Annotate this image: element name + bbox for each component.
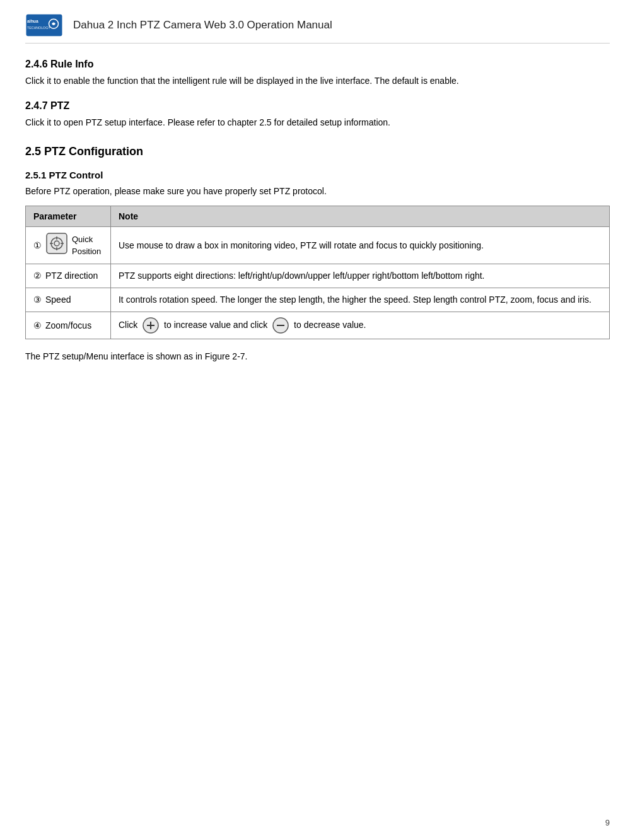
table-row: ③ Speed It controls rotation speed. The … <box>26 288 610 312</box>
table-header-row: Parameter Note <box>26 206 610 227</box>
dahua-logo-icon: alhua TECHNOLOGY <box>25 13 63 38</box>
row4-param-label: Zoom/focus <box>45 319 91 332</box>
row3-note: It controls rotation speed. The longer t… <box>110 288 609 312</box>
param-inner-1: ① QuickPosition <box>33 232 103 259</box>
footer-text: The PTZ setup/Menu interface is shown as… <box>25 349 610 363</box>
table-row: ④ Zoom/focus Click to increase value and… <box>26 312 610 339</box>
row3-num: ③ <box>33 293 42 306</box>
col-note: Note <box>110 206 609 227</box>
section-246-body: Click it to enable the function that the… <box>25 74 610 88</box>
logo: alhua TECHNOLOGY <box>25 13 63 38</box>
section-251: 2.5.1 PTZ Control Before PTZ operation, … <box>25 170 610 198</box>
row3-note-text: It controls rotation speed. The longer t… <box>119 295 591 305</box>
svg-text:alhua: alhua <box>27 19 38 23</box>
section-247: 2.4.7 PTZ Click it to open PTZ setup int… <box>25 100 610 129</box>
svg-text:TECHNOLOGY: TECHNOLOGY <box>27 26 50 30</box>
section-246: 2.4.6 Rule Info Click it to enable the f… <box>25 59 610 88</box>
table-row: ① QuickPosition <box>26 227 610 264</box>
section-246-heading: 2.4.6 Rule Info <box>25 59 610 70</box>
table-row: ② PTZ direction PTZ supports eight direc… <box>26 264 610 288</box>
zoom-minus-icon <box>270 320 294 330</box>
row4-note-post: to decrease value. <box>294 320 366 330</box>
col-parameter: Parameter <box>26 206 111 227</box>
param-speed: ③ Speed <box>26 288 111 312</box>
param-inner-2: ② PTZ direction <box>33 269 103 283</box>
row2-note: PTZ supports eight directions: left/righ… <box>110 264 609 288</box>
row4-note: Click to increase value and click to de <box>110 312 609 339</box>
section-251-heading: 2.5.1 PTZ Control <box>25 170 610 180</box>
quick-pos-icon <box>45 232 68 259</box>
section-247-body: Click it to open PTZ setup interface. Pl… <box>25 115 610 129</box>
row1-param-label: QuickPosition <box>72 233 101 258</box>
param-ptz-direction: ② PTZ direction <box>26 264 111 288</box>
page-number: 9 <box>605 818 610 827</box>
param-zoom-focus: ④ Zoom/focus <box>26 312 111 339</box>
row3-param-label: Speed <box>45 293 71 306</box>
row4-num: ④ <box>33 319 42 332</box>
row1-note-text: Use mouse to draw a box in monitoring vi… <box>119 240 484 250</box>
row4-note-pre: Click <box>119 320 137 330</box>
row1-note: Use mouse to draw a box in monitoring vi… <box>110 227 609 264</box>
param-quick-position: ① QuickPosition <box>26 227 111 264</box>
section-25: 2.5 PTZ Configuration <box>25 145 610 158</box>
row2-note-text: PTZ supports eight directions: left/righ… <box>119 271 485 281</box>
row4-note-mid: to increase value and click <box>164 320 267 330</box>
param-inner-3: ③ Speed <box>33 293 103 306</box>
ptz-control-table: Parameter Note ① <box>25 206 610 339</box>
page-header: alhua TECHNOLOGY Dahua 2 Inch PTZ Camera… <box>25 13 610 44</box>
section-247-heading: 2.4.7 PTZ <box>25 100 610 112</box>
row1-num: ① <box>33 239 42 252</box>
header-title: Dahua 2 Inch PTZ Camera Web 3.0 Operatio… <box>73 19 332 32</box>
zoom-plus-icon <box>140 320 164 330</box>
svg-rect-4 <box>47 233 67 254</box>
section-25-heading: 2.5 PTZ Configuration <box>25 145 610 158</box>
param-inner-4: ④ Zoom/focus <box>33 319 103 332</box>
section-251-intro: Before PTZ operation, please make sure y… <box>25 184 610 198</box>
row2-param-label: PTZ direction <box>45 269 98 283</box>
row2-num: ② <box>33 269 42 283</box>
svg-rect-0 <box>26 15 62 37</box>
